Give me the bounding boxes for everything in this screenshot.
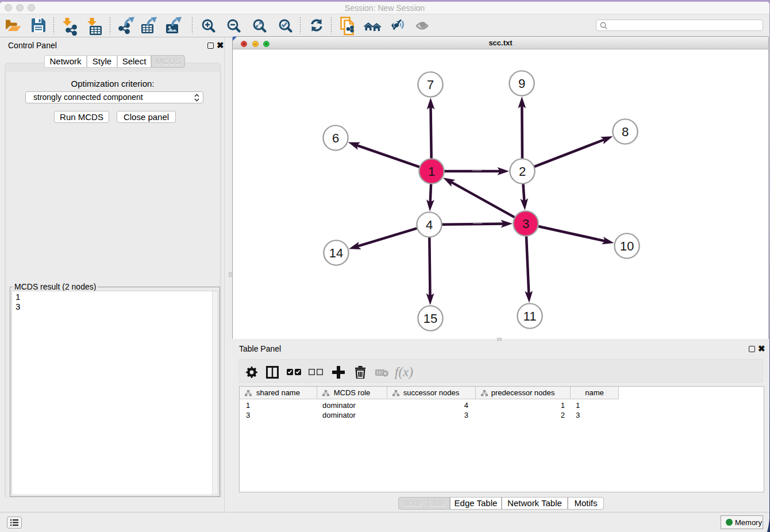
svg-text:8: 8 bbox=[622, 125, 629, 139]
svg-text:9: 9 bbox=[518, 76, 525, 91]
svg-text:6: 6 bbox=[332, 131, 339, 145]
svg-text:2: 2 bbox=[519, 164, 526, 179]
svg-text:3: 3 bbox=[522, 217, 529, 231]
svg-text:11: 11 bbox=[523, 309, 537, 323]
svg-text:4: 4 bbox=[426, 218, 433, 232]
svg-text:f(x): f(x) bbox=[395, 365, 413, 379]
svg-text:7: 7 bbox=[427, 78, 434, 92]
svg-text:15: 15 bbox=[424, 311, 437, 326]
svg-text:10: 10 bbox=[620, 239, 634, 253]
svg-text:1: 1 bbox=[428, 164, 435, 179]
svg-text:14: 14 bbox=[329, 246, 343, 260]
